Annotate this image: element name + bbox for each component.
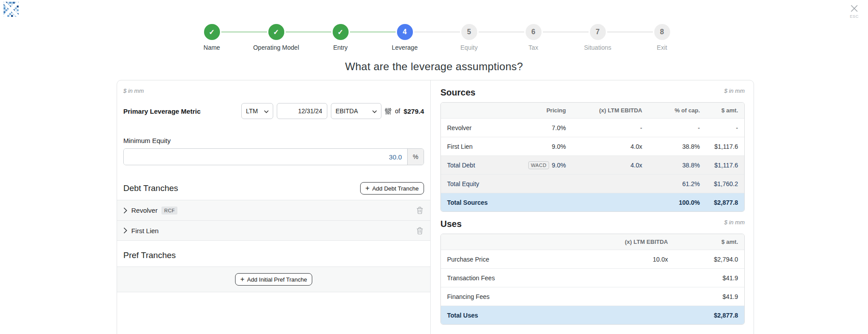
sources-cell-ltm: 4.0x bbox=[571, 162, 648, 169]
sources-cell-cap: 100.0% bbox=[648, 199, 705, 206]
stepper-step-name[interactable]: ✓Name bbox=[180, 24, 244, 51]
step-check-icon: ✓ bbox=[268, 24, 284, 40]
sources-cell-amt: $1,760.2 bbox=[705, 180, 744, 187]
sources-cell-amt: $2,877.8 bbox=[705, 199, 744, 206]
step-check-icon: ✓ bbox=[333, 24, 349, 40]
stepper-step-situations[interactable]: 7Situations bbox=[566, 24, 630, 51]
metric-date-input[interactable] bbox=[277, 103, 327, 119]
sources-cell-pricing: 9.0% bbox=[505, 143, 571, 150]
sources-table: Pricing(x) LTM EBITDA% of cap.$ amt.Revo… bbox=[440, 102, 745, 212]
uses-cell-amt: $2,794.0 bbox=[673, 256, 744, 263]
sources-row: Total DebtWACD9.0%4.0x38.8%$1,117.6 bbox=[441, 155, 744, 174]
minimum-equity-label: Minimum Equity bbox=[117, 137, 430, 144]
debt-tranche-row[interactable]: First Lien bbox=[117, 220, 430, 241]
debt-tranche-row[interactable]: RevolverRCF bbox=[117, 200, 430, 220]
uses-row-name: Financing Fees bbox=[441, 293, 573, 300]
esc-label: ESC bbox=[847, 14, 862, 19]
sources-cell-cap: 38.8% bbox=[648, 162, 705, 169]
leverage-panel: $ in mm Primary Leverage Metric LTM EBIT… bbox=[117, 80, 754, 334]
uses-row-name: Transaction Fees bbox=[441, 274, 573, 282]
delete-tranche-button[interactable] bbox=[416, 206, 424, 215]
plus-icon: + bbox=[240, 276, 244, 283]
sources-cell-ltm: 4.0x bbox=[571, 143, 648, 150]
primary-metric-row: Primary Leverage Metric LTM EBITDA of $2… bbox=[117, 103, 430, 119]
minimum-equity-input[interactable] bbox=[124, 149, 407, 165]
uses-row: Financing Fees$41.9 bbox=[441, 287, 744, 306]
period-select[interactable]: LTM bbox=[241, 103, 273, 119]
step-label: Exit bbox=[657, 44, 667, 51]
uses-row: Transaction Fees$41.9 bbox=[441, 268, 744, 287]
step-label: Equity bbox=[460, 44, 478, 51]
sources-row-name: Total Equity bbox=[441, 180, 505, 187]
stepper-connector bbox=[221, 32, 267, 32]
plus-icon: + bbox=[365, 185, 369, 192]
step-label: Operating Model bbox=[253, 44, 299, 51]
sources-row-name: Revolver bbox=[441, 124, 505, 131]
sources-cell-amt: $1,117.6 bbox=[705, 162, 744, 169]
sources-row: Total Equity61.2%$1,760.2 bbox=[441, 174, 744, 193]
primary-metric-label: Primary Leverage Metric bbox=[123, 107, 200, 115]
stepper-step-exit[interactable]: 8Exit bbox=[630, 24, 694, 51]
stepper-connector bbox=[607, 32, 653, 32]
sources-row-name: Total Debt bbox=[441, 162, 505, 169]
stepper-step-entry[interactable]: ✓Entry bbox=[308, 24, 373, 51]
uses-table: (x) LTM EBITDA$ amt.Purchase Price10.0x$… bbox=[440, 234, 745, 325]
uses-col-header: (x) LTM EBITDA bbox=[573, 239, 673, 245]
sources-cell-pricing: 7.0% bbox=[505, 124, 571, 131]
stepper-step-operating-model[interactable]: ✓Operating Model bbox=[244, 24, 308, 51]
sliders-icon[interactable] bbox=[385, 107, 391, 115]
sources-cell-ltm: - bbox=[571, 124, 648, 131]
sources-row: Revolver7.0%--- bbox=[441, 118, 744, 137]
metric-select[interactable]: EBITDA bbox=[331, 103, 381, 119]
sources-row: First Lien9.0%4.0x38.8%$1,117.6 bbox=[441, 137, 744, 155]
units-note: $ in mm bbox=[724, 87, 745, 94]
chevron-right-icon bbox=[123, 227, 127, 234]
sources-uses-column: Sources $ in mm Pricing(x) LTM EBITDA% o… bbox=[431, 80, 754, 334]
uses-title: Uses bbox=[440, 219, 462, 229]
step-label: Leverage bbox=[392, 44, 417, 51]
x-close-icon bbox=[847, 4, 862, 13]
delete-tranche-button[interactable] bbox=[416, 226, 424, 235]
add-initial-pref-tranche-button[interactable]: + Add Initial Pref Tranche bbox=[235, 273, 312, 286]
uses-col-header: $ amt. bbox=[673, 239, 744, 245]
pricing-value: 9.0% bbox=[552, 162, 566, 169]
add-debt-tranche-button[interactable]: + Add Debt Tranche bbox=[360, 182, 424, 195]
stepper-step-equity[interactable]: 5Equity bbox=[437, 24, 501, 51]
sources-col-header: Pricing bbox=[505, 107, 571, 114]
stepper-step-tax[interactable]: 6Tax bbox=[501, 24, 566, 51]
step-label: Situations bbox=[584, 44, 611, 51]
step-label: Name bbox=[204, 44, 220, 51]
stepper-connector bbox=[479, 32, 524, 32]
sources-cell-amt: - bbox=[705, 124, 744, 131]
step-number: 6 bbox=[526, 24, 542, 40]
metric-amount: $279.4 bbox=[404, 107, 424, 115]
step-label: Entry bbox=[333, 44, 348, 51]
metric-select-value: EBITDA bbox=[335, 107, 358, 115]
sources-header-row: Pricing(x) LTM EBITDA% of cap.$ amt. bbox=[441, 103, 744, 118]
tranche-name: Revolver bbox=[131, 207, 157, 214]
stepper-step-leverage[interactable]: 4Leverage bbox=[373, 24, 437, 51]
app-logo bbox=[4, 2, 19, 17]
sources-row: Total Sources100.0%$2,877.8 bbox=[441, 193, 744, 211]
page-title: What are the leverage assumptions? bbox=[0, 60, 868, 73]
uses-cell-amt: $41.9 bbox=[673, 274, 744, 282]
debt-tranches-title: Debt Tranches bbox=[123, 183, 178, 193]
step-number: 5 bbox=[461, 24, 477, 40]
sources-col-header: $ amt. bbox=[705, 107, 744, 114]
uses-header-row: (x) LTM EBITDA$ amt. bbox=[441, 234, 744, 250]
sources-col-header: % of cap. bbox=[648, 107, 705, 114]
pref-tranches-title: Pref Tranches bbox=[123, 250, 176, 260]
sources-cell-cap: 61.2% bbox=[648, 180, 705, 187]
uses-row-name: Purchase Price bbox=[441, 256, 573, 263]
sources-row-name: Total Sources bbox=[441, 199, 505, 206]
tranche-name: First Lien bbox=[131, 227, 159, 235]
close-button[interactable]: ESC bbox=[847, 4, 862, 19]
add-debt-tranche-label: Add Debt Tranche bbox=[372, 185, 419, 192]
tranche-type-badge: RCF bbox=[161, 207, 177, 215]
debt-tranche-list: RevolverRCFFirst Lien bbox=[117, 200, 430, 241]
period-select-value: LTM bbox=[246, 107, 258, 115]
units-note: $ in mm bbox=[117, 87, 430, 94]
stepper-connector bbox=[286, 32, 331, 32]
sources-cell-cap: 38.8% bbox=[648, 143, 705, 150]
stepper-connector bbox=[543, 32, 589, 32]
